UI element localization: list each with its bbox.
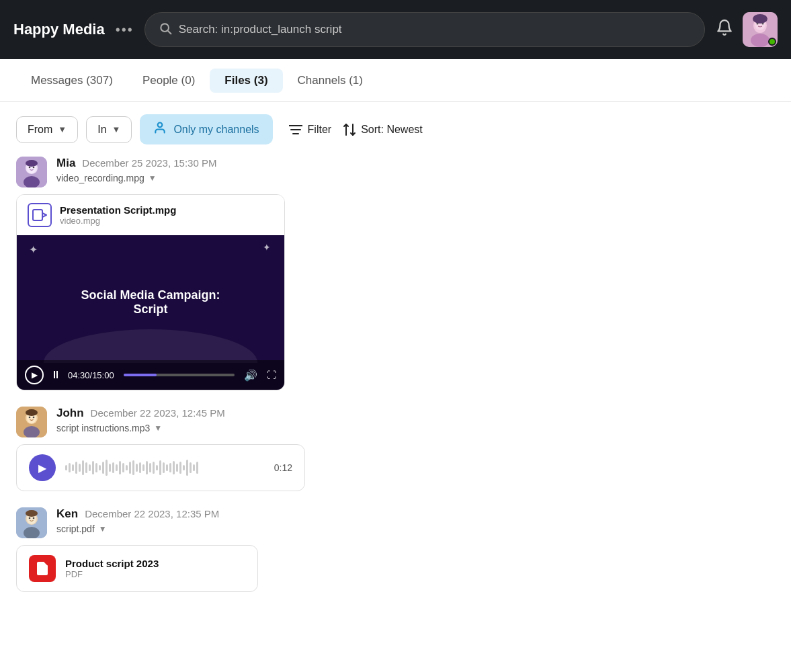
sort-label: Sort: Newest — [361, 124, 423, 136]
filename-ken[interactable]: script.pdf ▼ — [56, 523, 775, 534]
user-avatar-wrap[interactable] — [743, 12, 778, 47]
video-progress-bar[interactable] — [124, 374, 235, 376]
wave-bar — [69, 463, 71, 472]
file-card-audio-john: ▶ — [16, 444, 305, 491]
from-chevron-icon: ▼ — [58, 124, 67, 134]
video-preview[interactable]: ✦ ✦ Social Media Campaign:Script ▶ ⏸ 04:… — [17, 235, 284, 390]
avatar-john — [16, 407, 47, 437]
wave-bar — [116, 464, 118, 471]
workspace-menu-dots[interactable]: ••• — [116, 22, 134, 38]
filter-label: Filter — [308, 124, 332, 136]
video-fullscreen-icon[interactable]: ⛶ — [267, 370, 276, 380]
video-time-display: 04:30/15:00 — [68, 370, 114, 380]
sort-button[interactable]: Sort: Newest — [343, 123, 423, 136]
filename-mia[interactable]: video_recording.mpg ▼ — [56, 173, 775, 183]
svg-point-28 — [29, 417, 31, 419]
svg-point-36 — [33, 517, 35, 519]
result-item-john: John December 22 2023, 12:45 PM script i… — [16, 407, 775, 491]
svg-point-18 — [29, 167, 31, 169]
video-arc-decoration — [17, 323, 284, 363]
result-user-row-mia: Mia December 25 2023, 15:30 PM — [56, 157, 775, 170]
wave-bar — [146, 461, 148, 474]
svg-point-8 — [753, 14, 767, 24]
filename-text-mia: video_recording.mpg — [56, 173, 144, 183]
in-chevron-icon: ▼ — [112, 124, 121, 134]
result-user-row-john: John December 22 2023, 12:45 PM — [56, 407, 775, 420]
video-controls: ▶ ⏸ 04:30/15:00 🔊 ⛶ — [17, 360, 284, 390]
wave-bar — [112, 462, 114, 473]
wave-bar — [173, 461, 175, 474]
pdf-info: Product script 2023 PDF — [65, 558, 159, 579]
wave-bar — [106, 460, 108, 476]
svg-line-1 — [168, 31, 171, 34]
pdf-file-type: PDF — [65, 569, 159, 579]
avatar-mia — [16, 157, 47, 187]
audio-waveform — [65, 458, 265, 478]
wave-bar — [186, 460, 188, 476]
tab-people[interactable]: People (0) — [128, 69, 210, 93]
video-play-button[interactable]: ▶ — [25, 366, 44, 384]
expand-arrow-john: ▼ — [154, 423, 162, 433]
expand-arrow-mia: ▼ — [149, 173, 157, 183]
search-bar[interactable]: Search: in:product_launch script — [144, 12, 705, 47]
search-icon — [159, 22, 172, 38]
svg-point-4 — [751, 34, 769, 47]
svg-rect-22 — [33, 210, 42, 220]
result-header-mia: Mia December 25 2023, 15:30 PM video_rec… — [16, 157, 775, 187]
svg-point-9 — [158, 123, 163, 128]
timestamp-john: December 22 2023, 12:45 PM — [91, 407, 225, 419]
tab-messages[interactable]: Messages (307) — [16, 69, 128, 93]
wave-bar — [179, 462, 181, 474]
wave-bar — [89, 464, 91, 471]
pdf-file-name: Product script 2023 — [65, 558, 159, 569]
filename-john[interactable]: script instructions.mp3 ▼ — [56, 423, 775, 433]
person-icon — [153, 121, 167, 138]
results-list: Mia December 25 2023, 15:30 PM video_rec… — [0, 157, 791, 592]
username-john: John — [56, 407, 84, 420]
svg-point-19 — [33, 167, 35, 169]
star-decoration-2: ✦ — [263, 242, 271, 253]
wave-bar — [85, 462, 87, 473]
wave-bar — [75, 462, 77, 474]
workspace-title: Happy Media — [13, 21, 105, 38]
wave-bar — [122, 463, 124, 472]
video-pause-button[interactable]: ⏸ — [50, 369, 61, 381]
pdf-file-icon: PDF — [29, 555, 56, 582]
in-filter-button[interactable]: In ▼ — [86, 116, 132, 143]
header-right-actions — [716, 12, 778, 47]
wave-bar — [190, 462, 192, 473]
in-filter-label: In — [97, 124, 106, 136]
search-query-text: Search: in:product_launch script — [179, 23, 342, 36]
audio-duration: 0:12 — [274, 462, 292, 473]
filter-icon-button[interactable]: Filter — [289, 124, 332, 136]
video-volume-icon[interactable]: 🔊 — [244, 369, 257, 382]
from-filter-button[interactable]: From ▼ — [16, 116, 78, 143]
only-my-channels-button[interactable]: Only my channels — [140, 114, 272, 144]
svg-marker-23 — [42, 213, 46, 217]
video-progress-fill — [124, 374, 157, 376]
username-mia: Mia — [56, 157, 75, 170]
wave-bar — [132, 460, 134, 475]
result-meta-mia: Mia December 25 2023, 15:30 PM video_rec… — [56, 157, 775, 183]
wave-bar — [92, 461, 94, 474]
tab-channels[interactable]: Channels (1) — [283, 69, 378, 93]
result-user-row-ken: Ken December 22 2023, 12:35 PM — [56, 507, 775, 521]
wave-bar — [196, 462, 198, 474]
tab-files[interactable]: Files (3) — [210, 69, 282, 93]
file-card-pdf-ken[interactable]: PDF Product script 2023 PDF — [16, 545, 258, 592]
avatar-ken — [16, 507, 47, 538]
wave-bar — [126, 465, 128, 470]
wave-bar — [156, 465, 158, 470]
notifications-icon[interactable] — [716, 19, 733, 40]
audio-play-button[interactable]: ▶ — [29, 454, 56, 481]
svg-point-30 — [26, 409, 38, 416]
wave-bar — [139, 462, 141, 473]
wave-bar — [149, 463, 151, 472]
expand-arrow-ken: ▼ — [99, 524, 107, 534]
video-file-name: Presentation Script.mpg — [60, 204, 274, 216]
result-meta-john: John December 22 2023, 12:45 PM script i… — [56, 407, 775, 433]
svg-point-29 — [33, 417, 35, 419]
svg-point-20 — [26, 160, 38, 167]
timestamp-mia: December 25 2023, 15:30 PM — [82, 157, 216, 169]
wave-bar — [65, 465, 67, 470]
